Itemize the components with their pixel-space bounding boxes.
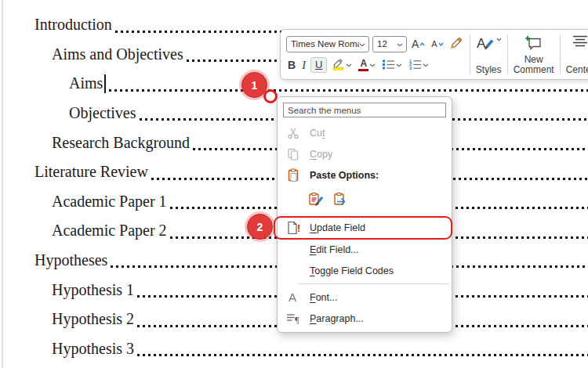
menu-item-font[interactable]: AFont... (278, 287, 452, 308)
styles-button[interactable]: A Styles (472, 30, 506, 79)
menu-item-label: Toggle Field Codes (310, 265, 394, 276)
mini-toolbar-row-2: B I U A 123 (286, 56, 465, 74)
chevron-down-icon (496, 38, 502, 41)
menu-item-label: Cut (310, 128, 325, 139)
toc-entry-label: Academic Paper 2 (52, 222, 167, 240)
chevron-down-icon (396, 63, 402, 67)
menu-item-label: Copy (310, 149, 332, 160)
menu-item-label: Edit Field... (310, 244, 359, 255)
toc-entry-label: Research Background (52, 134, 190, 152)
numbering-button[interactable]: 123 (407, 58, 430, 73)
mini-toolbar-row-1: Times New Roman 12 A A (286, 34, 465, 53)
shrink-font-button[interactable]: A (430, 38, 445, 49)
context-menu: CutCopyPaste Options:!Update FieldEdit F… (277, 96, 452, 333)
paste-keep-formatting-button[interactable] (307, 191, 325, 211)
toc-entry-label: Hypothesis 3 (52, 340, 134, 358)
center-align-label: Center (566, 65, 588, 75)
bold-icon: B (288, 59, 296, 71)
toolbar-separator (470, 34, 470, 74)
toc-entry-label: Hypothesis 1 (52, 281, 134, 299)
chevron-down-icon (423, 63, 429, 67)
chevron-down-icon (397, 39, 403, 49)
svg-text:A: A (289, 290, 296, 304)
step-2-number: 2 (257, 221, 263, 233)
underline-icon: U (315, 59, 322, 70)
numbered-list-icon: 123 (408, 59, 422, 72)
paste-text-only-icon (332, 192, 349, 211)
toc-entry-label: Objectives (69, 104, 136, 122)
caret-up-icon (419, 42, 425, 46)
toc-dot-leader (137, 354, 588, 356)
font-size-value: 12 (377, 39, 397, 49)
new-comment-icon (524, 35, 543, 52)
font-size-combobox[interactable]: 12 (372, 36, 407, 52)
chevron-down-icon (346, 63, 352, 67)
caret-down-icon (438, 42, 444, 46)
menu-item-label: Paragraph... (310, 313, 364, 324)
bullets-button[interactable] (380, 58, 404, 73)
menu-item-paste-options: Paste Options: (278, 164, 452, 186)
toc-entry-label: Introduction (34, 16, 112, 34)
toc-entry-label: Hypotheses (34, 251, 107, 269)
menu-item-label: Paste Options: (310, 170, 379, 181)
annotation-highlight-rect (274, 216, 452, 240)
toc-entry-label: Academic Paper 1 (52, 193, 167, 211)
new-comment-button[interactable]: New Comment (510, 30, 558, 79)
menu-item-paragraph[interactable]: ¶Paragraph... (278, 308, 452, 329)
mini-toolbar: Times New Roman 12 A A (280, 29, 588, 80)
italic-icon: I (302, 59, 306, 72)
toc-entry-label: Aims and Objectives (52, 45, 183, 63)
bold-button[interactable]: B (286, 58, 297, 72)
paste-text-only-button[interactable] (332, 191, 350, 211)
menu-item-label: Font... (310, 292, 337, 303)
center-align-button[interactable]: Center (562, 30, 588, 79)
bullet-list-icon (382, 59, 395, 72)
text-highlight-color-button[interactable] (330, 56, 354, 74)
mini-toolbar-left-group: Times New Roman 12 A A (281, 30, 468, 79)
menu-item-edit-field[interactable]: Edit Field... (278, 239, 452, 260)
svg-text:A: A (477, 36, 486, 51)
toc-entry-label: Literature Review (34, 163, 148, 181)
menu-item-copy: Copy (278, 143, 452, 164)
underline-button[interactable]: U (310, 57, 327, 73)
toc-entry-label: Aims (69, 74, 103, 92)
copy-icon (285, 148, 302, 161)
font-color-button[interactable]: A (357, 58, 377, 73)
paragraph-icon: ¶ (285, 312, 302, 324)
menu-item-cut: Cut (278, 122, 452, 143)
font-name-value: Times New Roman (291, 39, 359, 49)
search-input[interactable] (283, 103, 446, 117)
annotation-step-2-badge: 2 (247, 214, 273, 240)
toc-row[interactable]: Hypothesis 3 (0, 334, 588, 364)
grow-font-icon: A (412, 38, 419, 50)
toolbar-separator (560, 34, 561, 74)
word-document-window: IntroductionAims and ObjectivesAimsObjec… (0, 0, 588, 368)
svg-text:¶: ¶ (295, 315, 299, 325)
toolbar-separator (507, 34, 508, 74)
step-1-number: 1 (252, 79, 258, 92)
paste-keep-formatting-icon (307, 192, 324, 211)
menu-separator (298, 283, 449, 284)
annotation-step-1-badge: 1 (241, 72, 267, 98)
font-icon: A (285, 290, 302, 304)
shrink-font-icon: A (431, 39, 437, 49)
scissors-icon (285, 127, 302, 139)
toc-dot-leader (109, 89, 588, 92)
styles-icon: A (476, 35, 502, 51)
toc-entry-label: Hypothesis 2 (52, 310, 134, 328)
paste-options-buttons (278, 186, 452, 217)
highlighter-icon (332, 57, 345, 73)
svg-text:3: 3 (409, 66, 412, 70)
styles-label: Styles (476, 65, 502, 75)
chevron-down-icon (359, 39, 365, 49)
font-color-icon: A (358, 59, 368, 72)
menu-item-toggle-field-codes[interactable]: Toggle Field Codes (278, 260, 452, 281)
italic-button[interactable]: I (300, 58, 307, 73)
clipboard-icon (285, 168, 302, 182)
text-cursor (104, 74, 106, 93)
font-name-combobox[interactable]: Times New Roman (286, 36, 369, 52)
chevron-down-icon (369, 63, 376, 67)
format-painter-icon (450, 36, 463, 52)
grow-font-button[interactable]: A (410, 37, 426, 51)
format-painter-button[interactable] (448, 35, 465, 52)
